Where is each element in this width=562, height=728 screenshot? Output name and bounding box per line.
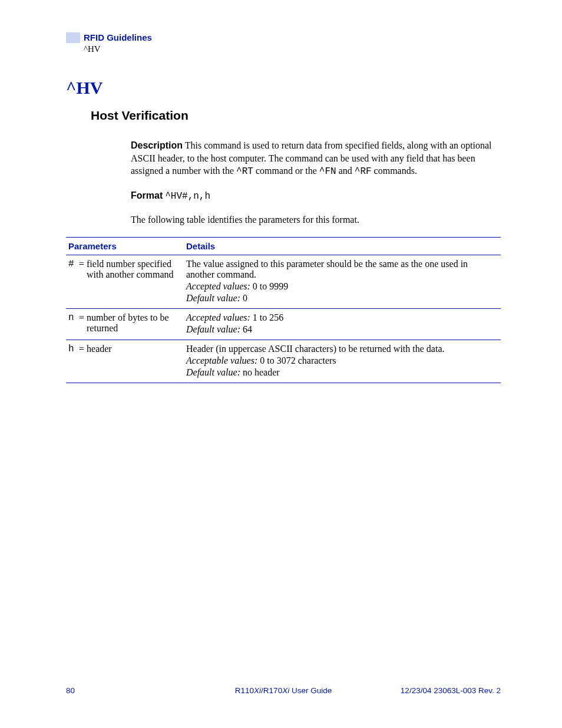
param-symbol: h bbox=[68, 344, 77, 354]
detail-value: 0 to 9999 bbox=[250, 281, 288, 291]
param-symbol: n bbox=[68, 312, 77, 323]
page-footer: 80 R110Xi/R170Xi User Guide 12/23/04 230… bbox=[66, 686, 501, 695]
param-description: header bbox=[87, 344, 175, 354]
detail-accepted: Accepted values: 0 to 9999 bbox=[186, 281, 498, 292]
detail-value: 1 to 256 bbox=[250, 312, 283, 322]
footer-page-number: 80 bbox=[66, 686, 75, 695]
description-label: Description bbox=[131, 140, 183, 150]
description-text-2: command or the bbox=[253, 166, 319, 176]
footer-center-mid: /R170 bbox=[261, 686, 282, 695]
detail-label: Default value: bbox=[186, 367, 240, 377]
section-title: Host Verification bbox=[91, 108, 501, 123]
table-intro: The following table identifies the param… bbox=[131, 213, 501, 226]
detail-value: 0 bbox=[240, 293, 247, 303]
body-content: Description This command is used to retu… bbox=[131, 139, 501, 226]
description-paragraph: Description This command is used to retu… bbox=[131, 139, 501, 179]
header-title: RFID Guidelines bbox=[84, 32, 152, 42]
table-row: # = field number specified with another … bbox=[66, 255, 501, 308]
param-equals: = bbox=[79, 259, 84, 269]
footer-center-it2: Xi bbox=[282, 686, 289, 695]
detail-text: The value assigned to this parameter sho… bbox=[186, 259, 498, 280]
parameters-table: Parameters Details # = field number spec… bbox=[66, 237, 501, 383]
param-equals: = bbox=[79, 344, 84, 354]
detail-default: Default value: 0 bbox=[186, 293, 498, 304]
code-fn: ^FN bbox=[319, 166, 336, 177]
footer-right: 12/23/04 23063L-003 Rev. 2 bbox=[401, 686, 501, 695]
footer-center-it1: Xi bbox=[254, 686, 261, 695]
param-symbol: # bbox=[68, 259, 77, 269]
detail-label: Acceptable values: bbox=[186, 355, 257, 365]
col-parameters: Parameters bbox=[66, 237, 184, 255]
detail-cell: Accepted values: 1 to 256 Default value:… bbox=[184, 308, 501, 340]
detail-value: 64 bbox=[240, 324, 252, 334]
detail-acceptable: Acceptable values: 0 to 3072 characters bbox=[186, 355, 498, 366]
detail-value: no header bbox=[240, 367, 280, 377]
param-equals: = bbox=[79, 312, 84, 323]
param-cell: n = number of bytes to be returned bbox=[66, 308, 184, 340]
header-subtitle: ^HV bbox=[84, 44, 501, 54]
code-rt: ^RT bbox=[236, 166, 253, 177]
header-accent-box bbox=[66, 32, 80, 43]
detail-value: 0 to 3072 characters bbox=[257, 355, 336, 365]
description-text-4: commands. bbox=[372, 166, 417, 176]
detail-label: Accepted values: bbox=[186, 281, 250, 291]
format-label: Format bbox=[131, 190, 163, 200]
format-code: ^HV#,n,h bbox=[165, 191, 210, 202]
detail-accepted: Accepted values: 1 to 256 bbox=[186, 312, 498, 323]
table-row: h = header Header (in uppercase ASCII ch… bbox=[66, 340, 501, 383]
command-title: ^HV bbox=[66, 78, 501, 98]
detail-default: Default value: no header bbox=[186, 367, 498, 378]
param-description: number of bytes to be returned bbox=[87, 312, 175, 334]
detail-text: Header (in uppercase ASCII characters) t… bbox=[186, 344, 498, 354]
footer-center-pre: R110 bbox=[235, 686, 254, 695]
description-text-3: and bbox=[336, 166, 355, 176]
footer-center-post: User Guide bbox=[289, 686, 332, 695]
col-details: Details bbox=[184, 237, 501, 255]
code-rf: ^RF bbox=[355, 166, 372, 177]
detail-cell: The value assigned to this parameter sho… bbox=[184, 255, 501, 308]
param-description: field number specified with another comm… bbox=[87, 259, 175, 280]
detail-label: Accepted values: bbox=[186, 312, 250, 322]
page-header: RFID Guidelines ^HV bbox=[66, 32, 501, 54]
detail-label: Default value: bbox=[186, 324, 240, 334]
param-cell: h = header bbox=[66, 340, 184, 383]
detail-label: Default value: bbox=[186, 293, 240, 303]
detail-cell: Header (in uppercase ASCII characters) t… bbox=[184, 340, 501, 383]
detail-default: Default value: 64 bbox=[186, 324, 498, 335]
table-header-row: Parameters Details bbox=[66, 237, 501, 255]
param-cell: # = field number specified with another … bbox=[66, 255, 184, 308]
table-row: n = number of bytes to be returned Accep… bbox=[66, 308, 501, 340]
format-line: Format ^HV#,n,h bbox=[131, 189, 501, 203]
